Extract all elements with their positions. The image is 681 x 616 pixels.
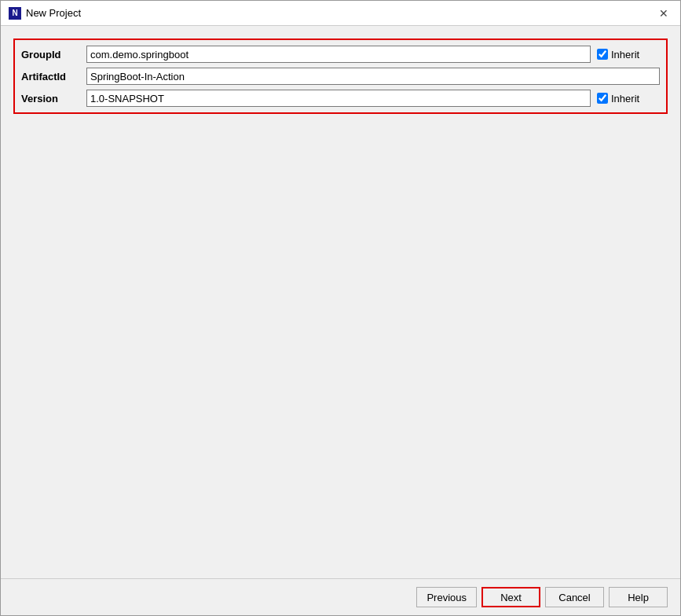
version-row: Version Inherit xyxy=(15,87,666,109)
window-title: New Project xyxy=(26,7,81,19)
previous-button[interactable]: Previous xyxy=(416,587,477,607)
close-button[interactable]: ✕ xyxy=(655,5,672,22)
help-button[interactable]: Help xyxy=(609,587,668,607)
title-bar: N New Project ✕ xyxy=(1,1,680,26)
version-inherit-section: Inherit xyxy=(597,93,660,104)
content-area: GroupId Inherit ArtifactId Version Inher… xyxy=(1,26,680,578)
groupid-input[interactable] xyxy=(86,46,591,63)
window-icon: N xyxy=(9,7,21,20)
artifactid-label: ArtifactId xyxy=(21,71,80,82)
version-input[interactable] xyxy=(86,90,591,107)
cancel-button[interactable]: Cancel xyxy=(545,587,604,607)
artifactid-row: ArtifactId xyxy=(15,65,666,87)
new-project-window: N New Project ✕ GroupId Inherit Artifact… xyxy=(0,0,681,616)
footer: Previous Next Cancel Help xyxy=(1,578,680,615)
title-bar-left: N New Project xyxy=(9,7,81,20)
artifactid-input[interactable] xyxy=(86,68,660,85)
version-inherit-label: Inherit xyxy=(611,93,639,104)
groupid-label: GroupId xyxy=(21,49,80,60)
version-inherit-checkbox[interactable] xyxy=(597,93,608,104)
groupid-inherit-section: Inherit xyxy=(597,49,660,60)
version-label: Version xyxy=(21,93,80,104)
groupid-inherit-label: Inherit xyxy=(611,49,639,60)
groupid-inherit-checkbox[interactable] xyxy=(597,49,608,60)
form-section: GroupId Inherit ArtifactId Version Inher… xyxy=(13,38,668,114)
groupid-row: GroupId Inherit xyxy=(15,43,666,65)
next-button[interactable]: Next xyxy=(481,587,540,607)
